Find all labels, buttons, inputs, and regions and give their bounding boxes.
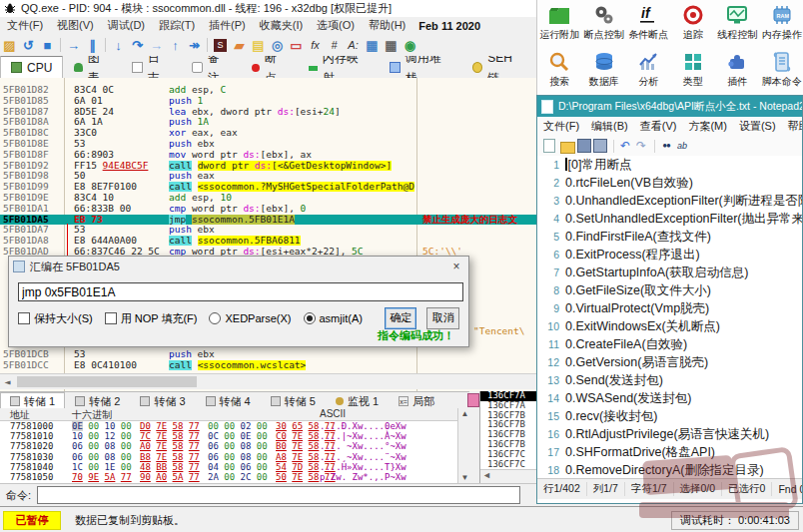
menu-item[interactable]: 插件(P): [202, 18, 253, 33]
toolbar-icon[interactable]: ■: [38, 38, 57, 53]
dump-row[interactable]: 7758105070 9E 5A 77 90 A0 5A 77 2A 00 2C…: [0, 472, 457, 482]
editor-line[interactable]: 180.RemoveDirectoryA(删除指定目录): [537, 461, 802, 478]
menu-item[interactable]: 调试(D): [101, 18, 152, 33]
editor-line[interactable]: 140.WSASend(发送封包): [537, 389, 802, 407]
close-icon[interactable]: ×: [448, 260, 464, 273]
quick-plugin-button[interactable]: 插件: [715, 47, 760, 94]
quick-if-button[interactable]: if条件断点: [626, 0, 671, 47]
dump-tab[interactable]: x=局部: [389, 392, 444, 409]
replace-icon[interactable]: ab: [675, 139, 689, 153]
disasm-row[interactable]: 5FB01DCB53push ebx: [0, 349, 536, 360]
editor-line[interactable]: 160.RtlAdjustPrivilege(易语言快速关机): [537, 425, 802, 443]
toolbar-icon[interactable]: ↷: [128, 38, 147, 53]
toolbar-icon[interactable]: →: [64, 38, 83, 53]
quick-gears-button[interactable]: 断点控制: [582, 0, 627, 47]
menu-item[interactable]: 跟踪(T): [152, 18, 202, 33]
editor-line[interactable]: 70.GetStartupInfoA(获取启动信息): [537, 264, 802, 281]
toolbar-icon[interactable]: ◉: [401, 38, 419, 53]
dump-vscrollbar[interactable]: ▲ ▼: [457, 408, 471, 483]
editor-line[interactable]: 170.SHFormatDrive(格盘API): [537, 443, 802, 461]
quick-attach-button[interactable]: 运行附加: [537, 0, 582, 47]
quick-db-button[interactable]: 数据库: [582, 47, 627, 94]
editor-line[interactable]: 100.ExitWindowsEx(关机断点): [537, 317, 802, 335]
disasm-row[interactable]: 5FB01D878D5E 24lea ebx, dword ptr ds:[es…: [0, 107, 536, 118]
disasm-row[interactable]: 5FB01D8E53push ebx: [0, 139, 536, 150]
scroll-thumb[interactable]: [17, 376, 197, 387]
quick-search-button[interactable]: 搜索: [537, 47, 582, 94]
editor-line[interactable]: 50.FindFirstFileA(查找文件): [537, 228, 802, 246]
stack-row[interactable]: 136CF7C: [480, 460, 537, 470]
checkbox-icon[interactable]: [105, 312, 117, 324]
toolbar-icon[interactable]: ▨: [0, 38, 19, 53]
quick-script-button[interactable]: 脚本命令: [760, 47, 803, 94]
save-icon[interactable]: [577, 139, 591, 153]
menu-item[interactable]: 选项(O): [310, 18, 362, 33]
menu-item[interactable]: 查看(V): [634, 119, 683, 134]
disasm-row[interactable]: 5FB01DA8E8 644A0A00call ssocommon.5FBA68…: [0, 236, 536, 247]
dump-table[interactable]: 地址 十六进制 ASCII 775810000E 00 10 00 D0 7E …: [0, 408, 457, 483]
disasm-row[interactable]: 5FB01D8283C4 0Cadd esp, C: [0, 85, 536, 96]
notepad-editor[interactable]: 1[0]常用断点20.rtcFileLen(VB自效验)30.Unhandled…: [537, 156, 802, 478]
menu-item[interactable]: 文件(F): [537, 119, 585, 134]
menu-item[interactable]: 编辑(B): [585, 119, 634, 134]
scroll-up-icon[interactable]: ▲: [458, 409, 471, 418]
ok-button[interactable]: 确定: [385, 307, 417, 329]
dump-tab[interactable]: 转储 5: [261, 392, 326, 409]
toolbar-icon[interactable]: ↠: [185, 38, 204, 53]
undo-icon[interactable]: ↶: [618, 139, 632, 153]
dump-tab[interactable]: 转储 4: [196, 392, 261, 409]
dump-tab[interactable]: 监视 1: [326, 392, 389, 409]
new-icon[interactable]: [543, 139, 555, 153]
editor-line[interactable]: 20.rtcFileLen(VB自效验): [537, 174, 802, 192]
disasm-row[interactable]: 5FB01DA166:833B 00cmp word ptr ds:[ebx],…: [0, 204, 536, 215]
disassembly-hscrollbar[interactable]: ◄: [0, 373, 536, 389]
toolbar-icon[interactable]: fx: [306, 39, 325, 51]
toolbar-icon[interactable]: ↓: [109, 38, 128, 53]
menu-item[interactable]: 文件(F): [0, 18, 50, 33]
tab-graph[interactable]: 图表: [63, 56, 121, 78]
tab-seh[interactable]: SEH 链: [461, 56, 536, 78]
menu-item[interactable]: 视图(V): [50, 18, 101, 33]
keep-size-checkbox[interactable]: 保持大小(S): [18, 311, 93, 326]
redo-icon[interactable]: ↷: [634, 139, 648, 153]
checkbox-icon[interactable]: [18, 312, 30, 324]
xedparse-radio[interactable]: XEDParse(X): [209, 312, 291, 324]
tab-stack[interactable]: 调用堆栈: [379, 56, 461, 78]
menu-item[interactable]: 帮助(H): [782, 119, 802, 134]
quick-ram-button[interactable]: RAM内存操作: [760, 0, 803, 47]
editor-line[interactable]: 110.CreateFileA(自效验): [537, 335, 802, 353]
toolbar-icon[interactable]: →: [147, 38, 166, 53]
editor-line[interactable]: 150.recv(接收封包): [537, 407, 802, 425]
radio-selected-icon[interactable]: [304, 312, 316, 324]
quick-chart-button[interactable]: 分析: [626, 47, 671, 94]
editor-line[interactable]: 80.GetFileSize(取文件大小): [537, 281, 802, 299]
cancel-button[interactable]: 取消: [426, 307, 459, 329]
stack-hscrollbar[interactable]: ◄: [480, 469, 538, 483]
fill-nop-checkbox[interactable]: 用 NOP 填充(F): [105, 311, 198, 326]
dump-row[interactable]: 775810401C 00 1E 00 48 BB 58 77 04 00 06…: [0, 462, 457, 472]
disasm-row[interactable]: 5FB01D856A 01push 1: [0, 96, 536, 107]
radio-icon[interactable]: [209, 312, 221, 324]
disasm-row[interactable]: 5FB01D8A6A 1Apush 1A: [0, 117, 536, 128]
tab-log[interactable]: 日志: [121, 56, 181, 78]
quick-types-button[interactable]: 类型: [671, 47, 716, 94]
asmjit-radio[interactable]: asmjit(A): [304, 312, 363, 324]
toolbar-icon[interactable]: ▦: [382, 38, 401, 53]
disasm-row[interactable]: 5FB01DA753push ebx: [0, 225, 536, 236]
editor-line[interactable]: 120.GetVersion(易语言脱壳): [537, 353, 802, 371]
disasm-row[interactable]: 5FB01D92FF15 94E4BC5Fcall dword ptr ds:[…: [0, 161, 536, 172]
toolbar-icon[interactable]: ▰: [230, 38, 249, 53]
editor-line[interactable]: 130.Send(发送封包): [537, 371, 802, 389]
dump-tab[interactable]: 转储 3: [130, 392, 195, 409]
assemble-instruction-input[interactable]: [18, 282, 463, 301]
menu-item[interactable]: 设置(S): [733, 119, 782, 134]
editor-line[interactable]: 90.VirtualProtect(Vmp脱壳): [537, 299, 802, 317]
open-icon[interactable]: [560, 142, 575, 154]
tab-bp[interactable]: 断点: [241, 56, 298, 78]
tab-cpu[interactable]: CPU: [0, 56, 63, 78]
toolbar-icon[interactable]: #: [325, 39, 344, 51]
disasm-row[interactable]: 5FB01D99E8 8E7F0100call <ssocommon.?MySH…: [0, 182, 536, 193]
toolbar-icon[interactable]: S: [214, 39, 227, 52]
quick-thread-button[interactable]: 线程控制: [715, 0, 760, 47]
editor-line[interactable]: 30.UnhandledExceptionFilter(判断进程是否附加: [537, 192, 802, 210]
